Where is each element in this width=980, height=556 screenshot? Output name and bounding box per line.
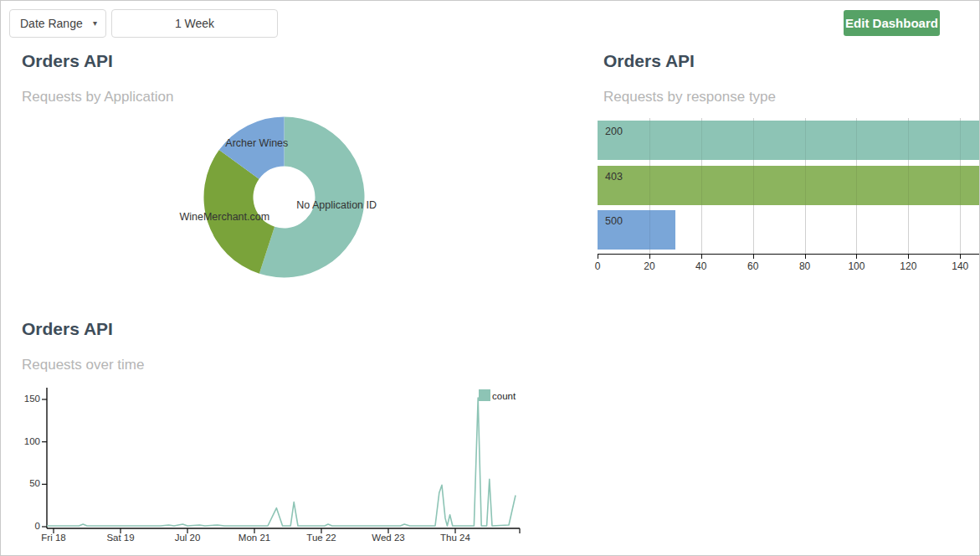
panel-subtitle-over-time: Requests over time: [22, 357, 144, 373]
toolbar: Date Range ▾ 1 Week Edit Dashboard: [1, 1, 979, 44]
legend-label-count: count: [492, 391, 516, 401]
panel-title-over-time: Orders API: [22, 319, 113, 339]
gridline-overlay: [856, 118, 857, 254]
caret-down-icon: ▾: [93, 19, 97, 28]
gridline-overlay: [908, 118, 909, 254]
x-tick-label: Sat 19: [94, 533, 147, 543]
y-tick-label: 100: [22, 436, 40, 446]
count-series-line: [47, 398, 516, 526]
gridline-overlay: [701, 118, 702, 254]
x-axis-tick: [649, 255, 650, 259]
dashboard-page: Date Range ▾ 1 Week Edit Dashboard Order…: [0, 0, 980, 556]
x-axis-tick: [856, 255, 857, 259]
bar-label-403: 403: [605, 171, 623, 183]
bar-label-200: 200: [605, 126, 623, 137]
x-tick-label: 60: [736, 260, 770, 272]
x-tick-label: 140: [943, 260, 977, 272]
x-tick-label: 40: [685, 260, 718, 272]
x-tick-label: 20: [633, 260, 666, 272]
bar-500[interactable]: 500: [598, 210, 675, 250]
period-label: 1 Week: [175, 17, 214, 30]
bar-200[interactable]: 200: [598, 121, 980, 160]
x-tick-label: Fri 18: [27, 533, 80, 543]
donut-chart[interactable]: No Application IDWineMerchant.comArcher …: [203, 116, 366, 279]
x-tick-label: 80: [788, 260, 822, 272]
donut-chart-svg: [203, 116, 366, 279]
legend-swatch-count: [479, 389, 490, 401]
y-tick-label: 150: [22, 394, 40, 404]
bar-403[interactable]: 403: [598, 166, 980, 205]
x-tick-label: Jul 20: [161, 533, 214, 543]
x-tick-label: Wed 23: [362, 533, 415, 543]
panel-title-response-types: Orders API: [603, 51, 695, 71]
gridline-overlay: [753, 118, 754, 254]
x-tick-label: 0: [581, 260, 614, 272]
gridline-overlay: [960, 118, 961, 254]
x-tick-label: Thu 24: [428, 533, 482, 543]
date-range-label: Date Range: [20, 17, 83, 30]
gridline-overlay: [649, 118, 650, 254]
y-tick-label: 0: [22, 521, 40, 531]
date-range-select[interactable]: Date Range ▾: [9, 9, 106, 38]
x-axis-tick: [908, 255, 909, 259]
bar-label-500: 500: [605, 215, 623, 227]
response-type-bar-chart[interactable]: 200403500020406080100120140: [598, 118, 980, 255]
x-tick-label: Tue 22: [295, 533, 348, 543]
x-tick-label: 100: [839, 260, 873, 272]
x-axis-tick: [960, 255, 961, 259]
line-chart-svg: [38, 386, 524, 535]
gridline-overlay: [805, 118, 806, 254]
period-button[interactable]: 1 Week: [111, 9, 278, 38]
line-chart-legend: count: [479, 389, 516, 401]
panel-subtitle-applications: Requests by Application: [22, 89, 173, 106]
x-axis-tick: [701, 255, 702, 259]
edit-dashboard-button[interactable]: Edit Dashboard: [844, 10, 940, 36]
x-tick-label: 120: [891, 260, 925, 272]
requests-over-time-chart[interactable]: count 050100150Fri 18Sat 19Jul 20Mon 21T…: [22, 386, 529, 553]
panel-title-applications: Orders API: [22, 51, 113, 71]
y-tick-label: 50: [22, 478, 40, 488]
x-axis-tick: [753, 255, 754, 259]
x-axis-tick: [805, 255, 806, 259]
x-axis-tick: [598, 255, 598, 259]
x-tick-label: Mon 21: [228, 533, 281, 543]
panel-subtitle-response-types: Requests by response type: [603, 89, 776, 106]
